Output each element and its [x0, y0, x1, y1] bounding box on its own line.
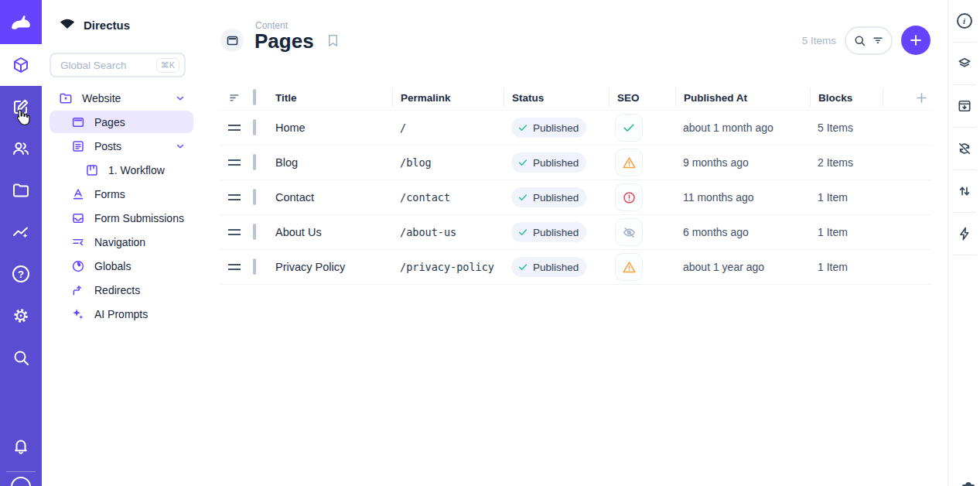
drag-handle[interactable]	[228, 264, 241, 270]
seo-hidden-icon	[622, 225, 637, 240]
manual-sort-icon[interactable]	[228, 91, 242, 104]
chevron-down-icon[interactable]	[175, 93, 186, 104]
main-content: Content Pages 5 Items	[204, 0, 948, 486]
window-icon	[226, 34, 239, 47]
global-search-placeholder: Global Search	[60, 60, 150, 71]
flows-button[interactable]	[948, 213, 980, 255]
sidebar-item-forms[interactable]: Forms	[50, 183, 193, 205]
seo-status-tile[interactable]	[615, 253, 643, 281]
table-row[interactable]: About Us /about-us Published 6 months ag…	[220, 215, 932, 250]
module-users[interactable]	[0, 128, 42, 169]
collection-icon-badge[interactable]	[220, 29, 244, 52]
import-export-button[interactable]	[948, 170, 980, 212]
sidebar-item-navigation[interactable]: Navigation	[50, 231, 193, 253]
check-icon	[517, 157, 528, 168]
status-label: Published	[533, 262, 579, 273]
row-checkbox[interactable]	[253, 189, 256, 205]
seo-status-tile[interactable]	[615, 149, 643, 176]
rabbit-logo-icon	[9, 11, 32, 34]
module-settings[interactable]	[0, 295, 42, 337]
plus-icon	[908, 33, 924, 48]
search-filter-pill[interactable]	[845, 26, 893, 55]
row-checkbox[interactable]	[253, 119, 256, 135]
column-header-status[interactable]: Status	[504, 88, 609, 107]
drag-handle[interactable]	[228, 229, 241, 235]
module-editor[interactable]	[0, 86, 42, 128]
column-header-published-at[interactable]: Published At	[675, 88, 810, 107]
drag-handle[interactable]	[228, 159, 241, 166]
table-row[interactable]: Privacy Policy /privacy-policy Published…	[220, 250, 932, 285]
notifications-button[interactable]	[0, 425, 42, 467]
table-row[interactable]: Blog /blog Published 9 months ago 2 Item…	[220, 145, 932, 180]
cell-permalink: /	[392, 122, 504, 134]
sidebar-item-form-submissions[interactable]: Form Submissions	[50, 207, 193, 229]
cell-title: Home	[275, 122, 392, 134]
seo-status-tile[interactable]	[615, 183, 643, 211]
sidebar-item-globals[interactable]: Globals	[50, 255, 193, 277]
bookmark-icon[interactable]	[326, 33, 340, 49]
cell-blocks: 1 Item	[810, 191, 883, 204]
layers-icon	[957, 56, 972, 71]
column-header-permalink[interactable]: Permalink	[392, 88, 504, 107]
row-checkbox[interactable]	[253, 258, 256, 275]
filter-icon[interactable]	[872, 34, 884, 46]
archive-button[interactable]	[948, 85, 980, 127]
sidebar-item-pages[interactable]: Pages	[50, 111, 193, 133]
column-header-seo[interactable]: SEO	[609, 88, 675, 107]
module-help[interactable]: ?	[0, 253, 42, 295]
directus-logo-tile[interactable]	[0, 0, 42, 44]
module-files[interactable]	[0, 169, 42, 211]
seo-warning-icon	[622, 260, 637, 275]
sidebar-item-ai-prompts[interactable]: AI Prompts	[50, 303, 193, 325]
sidebar-item-posts[interactable]: Posts	[50, 135, 193, 157]
row-checkbox[interactable]	[253, 154, 256, 170]
sidebar-item-redirects[interactable]: Redirects	[50, 279, 193, 301]
info-button[interactable]: i	[948, 0, 980, 42]
cell-blocks: 2 Items	[810, 156, 883, 169]
search-icon[interactable]	[853, 34, 866, 47]
row-checkbox[interactable]	[253, 224, 256, 240]
seo-status-tile[interactable]	[615, 218, 643, 246]
kanban-icon	[85, 163, 99, 177]
table-header: Title Permalink Status SEO Published At …	[220, 85, 932, 111]
select-all-checkbox[interactable]	[253, 89, 256, 105]
cell-blocks: 1 Item	[810, 226, 883, 238]
keyboard-shortcut-badge: ⌘K	[156, 58, 179, 73]
add-item-button[interactable]	[901, 26, 930, 55]
help-icon: ?	[12, 265, 29, 282]
items-count: 5 Items	[802, 35, 836, 46]
inbox-icon	[71, 211, 85, 225]
layout-options-button[interactable]	[948, 43, 980, 84]
cell-published-at: about 1 month ago	[675, 122, 810, 134]
archive-icon	[957, 98, 972, 114]
nav-list-icon	[71, 235, 85, 249]
chevron-down-icon[interactable]	[175, 141, 186, 152]
column-header-title[interactable]: Title	[275, 88, 392, 107]
module-insights[interactable]	[0, 211, 42, 253]
global-search-input[interactable]: Global Search ⌘K	[50, 53, 186, 77]
drag-handle[interactable]	[228, 125, 241, 131]
module-bar: ?	[0, 0, 42, 486]
bolt-icon	[957, 226, 972, 241]
sidebar-divider	[953, 255, 976, 255]
check-icon	[517, 262, 528, 272]
cell-title: Contact	[275, 191, 392, 204]
sidebar-item-website[interactable]: Website	[50, 87, 193, 109]
sidebar-item-workflow[interactable]: 1. Workflow	[50, 159, 193, 181]
add-column-button[interactable]	[914, 91, 929, 105]
folder-icon	[12, 181, 30, 200]
column-header-blocks[interactable]: Blocks	[810, 88, 883, 107]
cube-icon	[12, 56, 30, 74]
cell-permalink: /blog	[392, 156, 504, 169]
status-badge: Published	[511, 152, 586, 173]
status-label: Published	[533, 122, 579, 134]
table-row[interactable]: Contact /contact Published 11 months ago…	[220, 180, 932, 215]
sync-disabled-button[interactable]	[948, 128, 980, 169]
module-search[interactable]	[0, 337, 42, 378]
project-brand[interactable]: Directus	[42, 0, 204, 34]
seo-status-tile[interactable]	[615, 114, 643, 142]
avatar[interactable]	[11, 477, 31, 486]
table-row[interactable]: Home / Published about 1 month ago 5 Ite…	[220, 111, 932, 145]
module-content[interactable]	[0, 44, 42, 86]
drag-handle[interactable]	[228, 194, 241, 200]
